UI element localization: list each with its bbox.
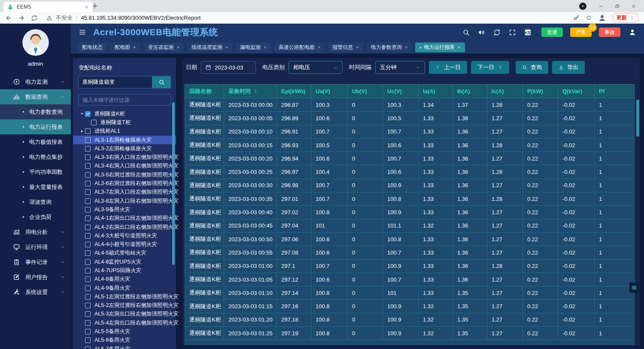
browser-menu-dots-icon[interactable] [629,15,635,21]
table-row[interactable]: 逐桐隧道K柜 2023-03-03 00:55 297.08 100.6 0 1… [185,246,635,259]
tree-expander-icon[interactable] [79,251,85,255]
tree-checkbox[interactable] [85,276,91,282]
tree-item[interactable]: AL4-3大桩号引道照明火灾 [73,231,176,240]
table-row[interactable]: 逐桐隧道K柜 2023-03-03 01:15 297.16 100.8 0 1… [185,300,635,313]
browser-profile-icon[interactable] [598,14,606,22]
tree-expander-icon[interactable] [79,268,85,273]
minimize-button[interactable] [592,0,609,12]
tree-checkbox[interactable] [85,250,91,256]
tree-checkbox[interactable] [85,259,91,265]
tree-item[interactable]: AL3-4右洞入口段右侧加强照明火灾 [73,162,176,170]
tree-item[interactable]: AL5-1左洞过渡段左侧加强照明火灾 [73,292,176,301]
table-column-header[interactable]: P(kW) [523,85,558,98]
table-row[interactable]: 逐桐隧道K柜 2023-03-03 00:05 296.89 100.6 0 1… [185,112,635,125]
table-column-header[interactable]: Ub(V) [348,85,383,98]
tree-checkbox[interactable] [85,137,91,143]
column-settings-button[interactable] [629,282,639,293]
table-column-header[interactable]: Epi(kWh) [277,85,311,98]
tree-expander-icon[interactable] [79,260,85,264]
sidebar-item[interactable]: 事件记录 [0,255,71,270]
tree-item[interactable]: AL3-6右洞过渡段右侧加强照明火灾 [73,179,176,188]
hamburger-menu-icon[interactable] [79,28,86,36]
password-key-icon[interactable] [573,15,580,21]
tree-expander-icon[interactable] [79,146,85,151]
tree-expander-icon[interactable] [79,338,85,343]
close-window-button[interactable] [625,0,641,12]
user-icon[interactable] [629,28,636,36]
alarm-level-button[interactable]: 普通 [541,27,563,37]
table-column-header[interactable]: Ic(A) [487,85,523,98]
query-button[interactable]: 查询 [516,61,548,74]
sidebar-item[interactable]: 谐波查询 [0,194,71,209]
tree-expander-icon[interactable] [79,303,85,308]
table-column-header[interactable]: Ua(V) [311,85,348,98]
station-search-input[interactable] [78,76,152,88]
tree-expander-icon[interactable] [79,112,85,116]
app-tab-close-icon[interactable]: × [133,45,136,50]
app-tab[interactable]: ● 电力运行报表 × [415,42,465,52]
tree-checkbox[interactable] [85,181,91,186]
table-row[interactable]: 逐桐隧道K柜 2023-03-03 01:20 297.18 100.8 0 1… [185,313,635,327]
tree-expander-icon[interactable] [79,225,85,229]
tree-checkbox[interactable] [85,233,91,239]
tree-item[interactable]: AL4-2右洞出口段右侧加强照明火灾 [73,223,176,231]
app-tab-close-icon[interactable]: × [225,45,228,50]
tree-filter-input[interactable] [78,94,171,106]
avatar[interactable] [22,29,49,56]
sidebar-item[interactable]: 电力运行报表 [0,119,71,134]
sidebar-item[interactable]: 运行环境 [0,240,71,255]
forward-icon[interactable] [18,15,25,21]
tree-item[interactable]: AL5-4左洞出口段右侧加强照明火灾 [73,319,176,327]
tree-item[interactable]: AL4-1右洞出口段左侧加强照明火灾 [73,214,176,223]
back-icon[interactable] [5,15,12,21]
tree-expander-icon[interactable] [79,173,85,177]
tree-checkbox[interactable] [85,215,91,221]
sort-icon[interactable] [253,88,258,94]
table-column-header[interactable]: Ia(A) [419,85,453,98]
app-tab[interactable]: ● 配电图 × [110,42,140,52]
tree-expander-icon[interactable] [79,199,85,203]
sidebar-item[interactable]: 用电分析 [0,225,71,240]
tree-checkbox[interactable] [85,320,91,326]
sidebar-item[interactable]: 平均功率因数 [0,164,71,179]
browser-update-icon[interactable] [579,3,586,10]
tree-checkbox[interactable] [85,146,91,152]
prev-day-button[interactable]: 上一日 [429,61,467,74]
tree-checkbox[interactable] [85,163,91,169]
tree-checkbox[interactable] [85,225,91,230]
table-column-header[interactable]: Q(kVar) [558,85,595,98]
sound-icon[interactable] [478,29,485,36]
tree-expander-icon[interactable] [79,330,85,334]
tree-item[interactable]: AL3-1右洞检修插座火灾 [73,136,176,144]
tree-expander-icon[interactable] [79,277,85,282]
tree-item[interactable]: AL3-9备用火灾 [73,205,176,214]
app-tab[interactable]: ● 报警信息 × [328,42,363,52]
fullscreen-icon[interactable] [509,29,516,36]
table-row[interactable]: 逐桐隧道K柜 2023-03-03 00:50 297.06 100.6 0 1… [185,233,635,246]
table-row[interactable]: 逐桐隧道K柜 2023-03-03 00:15 296.93 100.5 0 1… [185,139,635,152]
tree-expander-icon[interactable] [79,207,85,212]
table-row[interactable]: 逐桐隧道K柜 2023-03-03 00:00 296.87 100.3 0 1… [185,98,635,112]
tree-item[interactable]: AL3-2左洞检修插座火灾 [73,144,176,153]
table-column-header[interactable]: 回路名称 [185,85,224,98]
table-column-header[interactable]: Ib(A) [453,85,487,98]
interval-select[interactable]: 五分钟 [375,61,425,74]
tree-checkbox[interactable] [85,111,91,117]
new-tab-button[interactable] [91,2,99,10]
tree-checkbox[interactable] [85,198,91,204]
tree-expander-icon[interactable] [79,321,85,325]
table-column-header[interactable]: 采集时间 [224,85,277,98]
sidebar-item[interactable]: 电力参数查询 [0,104,71,119]
tree-item[interactable]: 逐桐隧道K柜 [73,109,176,118]
tree-expander-icon[interactable] [79,312,85,316]
sidebar-item[interactable]: 电力监测 [0,74,71,89]
tree-item[interactable]: AL4-7UPS回路火灾 [73,266,176,275]
tree-expander-icon[interactable] [79,155,85,160]
tree-checkbox[interactable] [85,155,91,160]
tree-checkbox[interactable] [85,329,91,334]
tree-item[interactable]: AL4-9备用火灾 [73,284,176,292]
tree-checkbox[interactable] [85,285,91,291]
tree-expander-icon[interactable] [79,190,85,194]
tree-checkbox[interactable] [85,128,91,134]
sidebar-item[interactable]: 用户报告 [0,270,71,285]
